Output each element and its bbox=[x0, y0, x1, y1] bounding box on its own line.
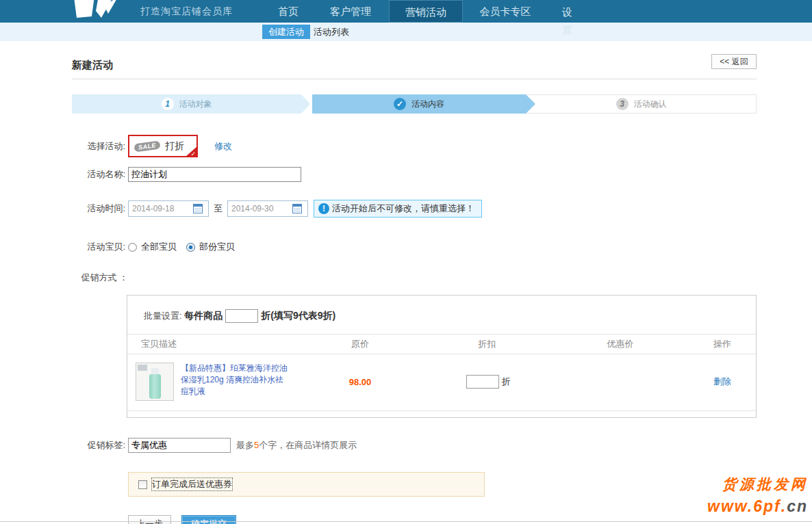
nav-item-home[interactable]: 首页 bbox=[268, 0, 308, 23]
activity-time-row: 活动时间: 至 ! 活动开始后不可修改，请慎重选择！ bbox=[72, 200, 757, 218]
step-activity-target: 1 活动对象 bbox=[72, 94, 301, 114]
activity-items-label: 活动宝贝: bbox=[72, 241, 125, 253]
step-3-label: 活动确认 bbox=[634, 99, 667, 110]
activity-name-label: 活动名称: bbox=[72, 168, 125, 181]
end-date-field[interactable] bbox=[227, 200, 308, 217]
activity-name-row: 活动名称: bbox=[72, 167, 757, 182]
coupon-option-panel: 订单完成后送优惠券 bbox=[128, 472, 485, 497]
col-header-description: 宝贝描述 bbox=[127, 338, 299, 350]
activity-type-value: 打折 bbox=[165, 140, 184, 153]
product-bottle-graphic bbox=[149, 374, 161, 399]
step-1-number: 1 bbox=[162, 98, 174, 110]
nav-item-marketing-activities[interactable]: 营销活动 bbox=[389, 0, 463, 23]
batch-setting-label: 批量设置: bbox=[144, 310, 182, 322]
form-actions: 上一步 确定提交 bbox=[128, 515, 757, 524]
coupon-checkbox[interactable] bbox=[138, 480, 147, 489]
selected-corner-check-icon: ✓ bbox=[186, 146, 197, 157]
tab-create-activity[interactable]: 创建活动 bbox=[262, 25, 310, 39]
step-wizard: 1 活动对象 ✓ 活动内容 3 活动确认 bbox=[72, 94, 757, 114]
date-range-to-label: 至 bbox=[214, 202, 223, 215]
product-table-header: 宝贝描述 原价 折扣 优惠价 操作 bbox=[127, 334, 756, 354]
product-thumbnail bbox=[136, 363, 174, 401]
promo-method-panel: 批量设置: 每件商品 折(填写9代表9折) 宝贝描述 原价 折扣 优惠价 操作 … bbox=[127, 295, 757, 418]
logo bbox=[68, 0, 127, 23]
activity-items-row: 活动宝贝: 全部宝贝 部份宝贝 bbox=[72, 241, 757, 253]
start-date-field[interactable] bbox=[128, 200, 209, 217]
col-header-promo-price: 优惠价 bbox=[552, 338, 689, 350]
promo-tag-hint: 最多5个字，在商品详情页展示 bbox=[236, 439, 357, 451]
step-activity-content: ✓ 活动内容 bbox=[312, 94, 526, 114]
calendar-icon[interactable] bbox=[193, 204, 203, 213]
nav-item-customer-management[interactable]: 客户管理 bbox=[323, 0, 378, 23]
activity-time-label: 活动时间: bbox=[72, 202, 125, 215]
radio-all-items[interactable] bbox=[128, 243, 137, 252]
time-warning-text: 活动开始后不可修改，请慎重选择！ bbox=[332, 202, 474, 215]
submit-button[interactable]: 确定提交 bbox=[181, 515, 236, 524]
radio-partial-items[interactable] bbox=[186, 243, 195, 252]
step-1-label: 活动对象 bbox=[179, 99, 212, 110]
thumbnail-label-decoration bbox=[138, 365, 147, 371]
delete-product-link[interactable]: 删除 bbox=[713, 376, 731, 387]
batch-discount-input[interactable] bbox=[225, 309, 258, 323]
col-header-discount: 折扣 bbox=[422, 338, 552, 350]
batch-suffix: 折(填写9代表9折) bbox=[261, 310, 335, 322]
col-header-original-price: 原价 bbox=[299, 338, 422, 350]
coupon-checkbox-label[interactable]: 订单完成后送优惠券 bbox=[152, 478, 232, 490]
nav-item-settings[interactable]: 设置 bbox=[561, 3, 573, 39]
sale-tag-icon: SALE bbox=[134, 140, 160, 152]
bottom-divider bbox=[0, 521, 812, 522]
batch-prefix: 每件商品 bbox=[184, 310, 223, 322]
product-title-link[interactable]: 【新品特惠】珀莱雅海洋控油保湿乳120g 清爽控油补水祛痘乳液 bbox=[181, 363, 292, 397]
discount-unit-label: 折 bbox=[502, 376, 511, 388]
app-title: 打造淘宝店铺会员库 bbox=[140, 5, 233, 18]
promo-tag-label: 促销标签: bbox=[72, 439, 125, 451]
warning-icon: ! bbox=[318, 203, 329, 214]
top-navigation-bar: 打造淘宝店铺会员库 首页 客户管理 营销活动 会员卡专区 设置 bbox=[0, 0, 812, 23]
activity-type-label: 选择活动: bbox=[72, 140, 125, 153]
activity-type-row: 选择活动: SALE 打折 ✓ 修改 bbox=[72, 135, 757, 157]
page-title: 新建活动 bbox=[72, 59, 757, 72]
product-discount-input[interactable] bbox=[466, 375, 499, 389]
calendar-icon[interactable] bbox=[292, 204, 302, 213]
start-date-input[interactable] bbox=[129, 204, 192, 213]
create-activity-page: 新建活动 << 返回 1 活动对象 ✓ 活动内容 3 活动确认 选择活动: SA… bbox=[72, 41, 757, 524]
activity-name-input[interactable] bbox=[128, 167, 301, 182]
selected-activity-type[interactable]: SALE 打折 ✓ bbox=[128, 135, 198, 157]
step-separator bbox=[301, 94, 312, 114]
promo-method-label: 促销方式 ： bbox=[72, 272, 128, 284]
step-2-check-icon: ✓ bbox=[394, 98, 406, 110]
time-warning-box: ! 活动开始后不可修改，请慎重选择！ bbox=[314, 200, 482, 218]
previous-step-button[interactable]: 上一步 bbox=[128, 515, 171, 524]
promo-method-row: 促销方式 ： bbox=[72, 272, 757, 284]
product-original-price: 98.00 bbox=[299, 377, 422, 387]
tab-activity-list[interactable]: 活动列表 bbox=[307, 25, 355, 39]
product-table-row: 【新品特惠】珀莱雅海洋控油保湿乳120g 清爽控油补水祛痘乳液 98.00 折 … bbox=[127, 354, 756, 411]
radio-partial-items-label[interactable]: 部份宝贝 bbox=[199, 241, 235, 253]
nav-item-member-card-zone[interactable]: 会员卡专区 bbox=[474, 0, 537, 23]
promo-tag-row: 促销标签: 最多5个字，在商品详情页展示 bbox=[72, 438, 757, 453]
radio-all-items-label[interactable]: 全部宝贝 bbox=[141, 241, 177, 253]
col-header-action: 操作 bbox=[689, 338, 756, 350]
batch-setting-line: 批量设置: 每件商品 折(填写9代表9折) bbox=[127, 296, 756, 323]
back-button[interactable]: << 返回 bbox=[711, 54, 757, 69]
end-date-input[interactable] bbox=[228, 204, 291, 213]
step-2-label: 活动内容 bbox=[411, 99, 444, 110]
title-divider bbox=[72, 79, 757, 79]
sub-navigation-bar: 创建活动 活动列表 bbox=[0, 23, 812, 41]
step-3-number: 3 bbox=[616, 98, 629, 110]
promo-tag-input[interactable] bbox=[128, 438, 231, 453]
modify-link[interactable]: 修改 bbox=[214, 140, 232, 153]
step-activity-confirm: 3 活动确认 bbox=[526, 94, 757, 114]
